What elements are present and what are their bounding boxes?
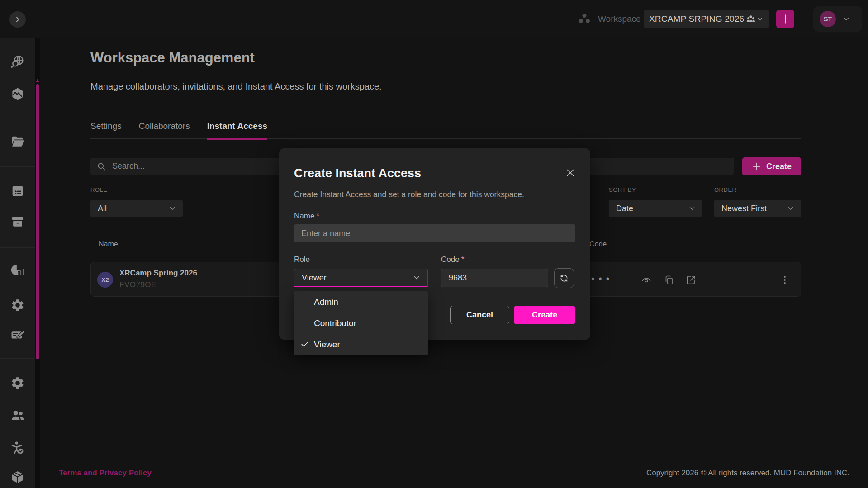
chevron-down-icon (412, 273, 421, 282)
sidebar-divider (0, 247, 35, 248)
copyright-text: Copyright 2026 © All rights reserved. MU… (646, 469, 849, 478)
close-icon (565, 167, 576, 178)
topbar-divider (803, 9, 803, 29)
required-asterisk: * (316, 212, 319, 220)
package-icon (10, 469, 25, 485)
role-select[interactable]: Viewer (294, 269, 428, 287)
check-icon (300, 340, 309, 349)
row-name: XRCamp Spring 2026 (119, 269, 197, 278)
sidebar-item-explore[interactable] (9, 54, 26, 70)
sidebar-item-settings[interactable] (9, 375, 26, 391)
tab-instant-access[interactable]: Instant Access (207, 121, 267, 140)
sidebar-item-projects[interactable] (9, 133, 26, 150)
chevron-right-icon (14, 16, 21, 23)
name-column-header: Name (99, 240, 118, 248)
users-icon (10, 407, 25, 423)
code-label-text: Code (441, 255, 460, 264)
user-menu[interactable]: ST (813, 6, 862, 32)
calendar-icon (10, 183, 25, 199)
modal-close-button[interactable] (564, 166, 577, 179)
name-input[interactable] (294, 224, 575, 242)
role-option-contributor[interactable]: Contributor (294, 313, 428, 334)
row-avatar: X2 (97, 272, 113, 288)
refresh-icon (559, 273, 569, 283)
sidebar-item-access[interactable] (9, 440, 26, 456)
name-label-text: Name (294, 212, 314, 220)
chevron-down-icon (787, 204, 795, 213)
tabs: Settings Collaborators Instant Access (90, 121, 267, 140)
role-filter-value: All (98, 204, 107, 213)
role-option-label: Viewer (314, 340, 340, 350)
sidebar-item-collaborators[interactable] (9, 407, 26, 423)
role-option-viewer[interactable]: Viewer (294, 334, 428, 355)
modal-subtitle: Create Instant Access and set a role and… (294, 190, 524, 199)
sidebar-expand-button[interactable] (9, 11, 26, 28)
topbar: Workspace XRCAMP SRPING 2026 ST (0, 0, 868, 38)
regenerate-code-button[interactable] (554, 268, 574, 288)
sidebar-item-license[interactable] (9, 327, 26, 343)
workspace-dots-icon (577, 12, 592, 26)
sidebar-item-analytics[interactable] (9, 262, 26, 278)
card-edit-icon (10, 327, 25, 342)
cancel-button[interactable]: Cancel (450, 306, 509, 324)
copy-icon (664, 275, 674, 285)
sort-by-select[interactable]: Date (609, 200, 702, 217)
cube-photo-icon (10, 86, 25, 102)
page-title: Workspace Management (90, 50, 255, 66)
gear-icon (10, 376, 25, 390)
kebab-menu-icon (779, 275, 790, 285)
open-link-button[interactable] (686, 275, 697, 285)
row-menu-button[interactable] (779, 275, 790, 285)
page-create-label: Create (766, 162, 792, 171)
avatar: ST (820, 11, 836, 27)
order-select[interactable]: Newest First (714, 200, 801, 217)
chevron-down-icon (168, 204, 176, 213)
show-code-button[interactable] (641, 275, 652, 285)
sidebar-item-packages[interactable] (9, 469, 26, 485)
code-column-header: Code (589, 240, 607, 248)
code-input[interactable] (441, 269, 548, 287)
role-option-label: Admin (314, 297, 338, 307)
terms-privacy-link[interactable]: Terms and Privacy Policy (59, 469, 152, 478)
sidebar-item-assets[interactable] (9, 86, 26, 102)
tab-settings[interactable]: Settings (90, 121, 122, 140)
workspace-selector[interactable]: XRCAMP SRPING 2026 (644, 10, 769, 28)
plus-icon (779, 13, 791, 25)
role-option-admin[interactable]: Admin (294, 291, 428, 313)
add-workspace-button[interactable] (776, 10, 794, 28)
gear-icon (10, 298, 25, 313)
role-filter-label: ROLE (90, 186, 107, 193)
sidebar-divider (0, 119, 35, 119)
role-field-label: Role (294, 255, 310, 264)
pie-chart-icon (10, 262, 25, 278)
folder-open-icon (10, 134, 25, 149)
name-field-label: Name* (294, 212, 319, 221)
role-filter-select[interactable]: All (90, 200, 183, 217)
archive-box-icon (10, 214, 25, 229)
modal-create-button[interactable]: Create (514, 306, 575, 324)
sidebar-scrollbar-thumb[interactable] (36, 84, 39, 359)
order-label: ORDER (714, 186, 736, 193)
modal-title: Create Instant Access (294, 166, 421, 180)
sidebar-item-workspace-settings[interactable] (9, 297, 26, 313)
role-option-label: Contributor (314, 318, 356, 328)
role-dropdown-menu: Admin Contributor Viewer (294, 291, 428, 355)
search-icon (97, 162, 106, 171)
sidebar-item-calendar[interactable] (9, 183, 26, 199)
person-check-icon (10, 440, 25, 455)
masked-code: ••• (591, 273, 613, 284)
eye-icon (641, 275, 652, 285)
sort-by-label: SORT BY (609, 186, 636, 193)
copy-code-button[interactable] (664, 275, 674, 285)
page-create-button[interactable]: Create (742, 157, 801, 175)
tab-collaborators[interactable]: Collaborators (139, 121, 190, 140)
scroll-up-arrow[interactable] (36, 79, 39, 82)
sidebar-item-archive[interactable] (9, 213, 26, 230)
order-value: Newest First (721, 204, 767, 213)
role-select-value: Viewer (302, 273, 327, 283)
sidebar-divider (0, 166, 35, 167)
external-link-icon (686, 275, 697, 285)
people-group-icon (746, 14, 756, 24)
globe-search-icon (10, 54, 25, 70)
sidebar (0, 38, 40, 488)
